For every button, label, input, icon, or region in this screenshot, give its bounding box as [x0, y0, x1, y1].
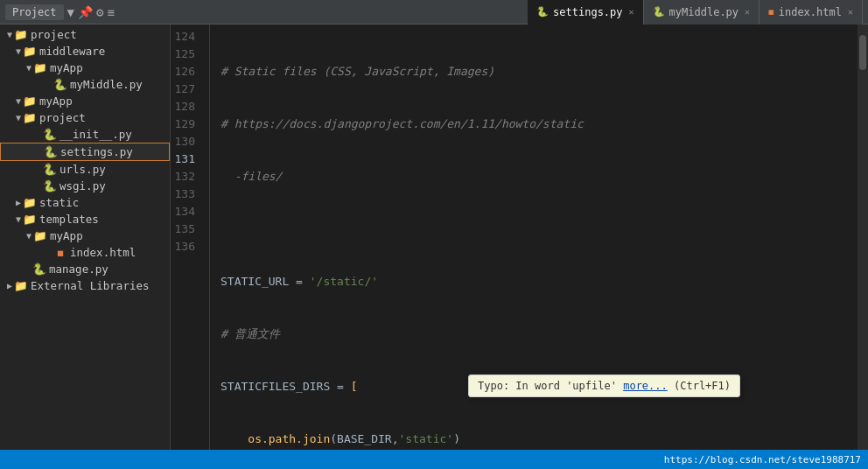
sidebar-item-myapp-middleware[interactable]: 📁 myApp [0, 60, 170, 76]
sidebar-label-init: __init__.py [60, 128, 132, 141]
tab-mymiddle[interactable]: 🐍 myMiddle.py ✕ [644, 0, 760, 24]
scrollbar-right[interactable] [858, 24, 868, 450]
tab-index-label: index.html [779, 6, 842, 18]
code-line-128: # 普通文件 [220, 326, 858, 343]
sidebar-item-templates[interactable]: 📁 templates [0, 211, 170, 228]
statusbar: https://blog.csdn.net/steve1988717 [0, 450, 868, 469]
sidebar-item-wsgi[interactable]: 🐍 wsgi.py [0, 178, 170, 194]
scrollbar-thumb[interactable] [859, 35, 866, 70]
folder-icon-myapp2: 📁 [23, 94, 37, 108]
sidebar-item-index[interactable]: ◼ index.html [0, 244, 170, 261]
base-dir-1: BASE_DIR [337, 430, 392, 448]
py-file-icon-3: 🐍 [44, 145, 58, 158]
sidebar-label-project2: project [39, 111, 86, 124]
ln-135: 135 [171, 220, 202, 238]
ln-127: 127 [171, 80, 202, 98]
sidebar-item-mymiddle[interactable]: 🐍 myMiddle.py [0, 76, 170, 93]
folder-icon-external: 📁 [14, 279, 28, 292]
tooltip-more-link[interactable]: more... [623, 380, 668, 392]
folder-icon-myapp-mw: 📁 [33, 61, 47, 74]
arrow-myapp-mw [26, 63, 32, 73]
py-file-icon-2: 🐍 [43, 128, 57, 141]
os-path-join-1: os.path.join [220, 430, 330, 448]
sidebar-item-manage[interactable]: 🐍 manage.py [0, 261, 170, 277]
arrow-static [16, 198, 21, 207]
project-label[interactable]: Project [5, 4, 64, 20]
html-icon: ◼ [768, 6, 774, 18]
sidebar-item-project-root[interactable]: 📁 project [0, 26, 170, 43]
code-line-124: # Static files (CSS, JavaScript, Images) [220, 63, 858, 80]
sidebar-label-mymiddle: myMiddle.py [70, 78, 143, 91]
comma-1: , [392, 430, 399, 448]
sidebar-label-myapp-mw: myApp [50, 61, 83, 74]
sidebar-item-middleware[interactable]: 📁 middleware [0, 43, 170, 60]
comment-125a: # https://docs.djangoproject.com/en/1.11… [220, 116, 584, 133]
code-line-127: STATIC_URL = '/static/' [220, 273, 858, 290]
tab-settings[interactable]: 🐍 settings.py ✕ [528, 0, 644, 24]
menu-icon[interactable]: ≡ [107, 5, 114, 19]
sidebar-item-myapp-templates[interactable]: 📁 myApp [0, 228, 170, 244]
tab-mymiddle-close[interactable]: ✕ [745, 7, 750, 17]
py-file-icon-4: 🐍 [43, 163, 57, 176]
tab-index[interactable]: ◼ index.html ✕ [760, 0, 863, 24]
py-icon-2: 🐍 [653, 6, 665, 18]
editor-area: 124 125 126 127 128 129 130 131 132 133 … [171, 24, 868, 450]
code-line-125b: -files/ [220, 168, 858, 186]
sidebar-label-templates: templates [39, 213, 99, 226]
ln-130: 130 [171, 133, 202, 150]
arrow-external [7, 281, 12, 290]
ln-126: 126 [171, 63, 202, 80]
sidebar-label-static: static [39, 196, 79, 209]
comment-125b: -files/ [220, 168, 282, 186]
folder-icon-project: 📁 [14, 28, 28, 41]
tab-index-close[interactable]: ✕ [848, 7, 853, 17]
manage-file-icon: 🐍 [32, 262, 46, 276]
ln-129: 129 [171, 116, 202, 133]
settings-icon[interactable]: ⚙ [96, 5, 103, 19]
op-eq-2: = [330, 378, 350, 396]
arrow-project [7, 30, 12, 39]
py-file-icon-5: 🐍 [43, 179, 57, 192]
sidebar-label-index: index.html [70, 246, 136, 259]
sidebar-item-external[interactable]: 📁 External Libraries [0, 277, 170, 294]
sidebar-item-static[interactable]: 📁 static [0, 194, 170, 211]
typo-tooltip: Typo: In word 'upfile' more... (Ctrl+F1) [468, 374, 740, 397]
statusbar-url: https://blog.csdn.net/steve1988717 [664, 454, 861, 466]
sidebar-label-wsgi: wsgi.py [60, 179, 106, 192]
bracket-open: [ [351, 378, 358, 396]
html-file-icon: ◼ [53, 246, 67, 259]
pin-icon[interactable]: 📌 [78, 5, 93, 19]
paren-close-1: ) [453, 430, 460, 448]
py-icon: 🐍 [536, 6, 549, 18]
arrow-project2 [16, 113, 21, 122]
ln-136: 136 [171, 238, 202, 256]
sidebar-item-myapp2[interactable]: 📁 myApp [0, 93, 170, 109]
sidebar-item-project2[interactable]: 📁 project [0, 109, 170, 126]
sidebar-item-settings[interactable]: 🐍 settings.py [0, 143, 170, 161]
staticfiles-dirs: STATICFILES_DIRS [220, 378, 330, 396]
sidebar-item-urls[interactable]: 🐍 urls.py [0, 161, 170, 178]
tab-settings-close[interactable]: ✕ [629, 7, 634, 17]
static-url-val: '/static/' [310, 273, 378, 290]
op-eq-1: = [289, 273, 309, 290]
sidebar-item-init[interactable]: 🐍 __init__.py [0, 126, 170, 143]
paren-1: ( [330, 430, 337, 448]
folder-icon-middleware: 📁 [23, 45, 37, 58]
ln-134: 134 [171, 203, 202, 220]
folder-icon-myapp-tmpl: 📁 [33, 229, 47, 242]
static-str: 'static' [399, 430, 454, 448]
sidebar-label-settings: settings.py [60, 145, 133, 158]
file-tree: 📁 project 📁 middleware 📁 myApp 🐍 myMiddl… [0, 24, 171, 450]
ln-132: 132 [171, 168, 202, 186]
dropdown-icon[interactable]: ▼ [67, 5, 74, 19]
code-line-126 [220, 220, 858, 238]
ln-124: 124 [171, 28, 202, 46]
ln-131: 131 [171, 150, 202, 168]
sidebar-label-external: External Libraries [31, 279, 149, 292]
folder-icon-project2: 📁 [23, 111, 37, 124]
sidebar-label-myapp-tmpl: myApp [50, 229, 83, 242]
folder-icon-templates: 📁 [23, 213, 37, 226]
py-file-icon-1: 🐍 [53, 78, 67, 91]
arrow-middleware [16, 46, 21, 56]
ln-128: 128 [171, 98, 202, 116]
